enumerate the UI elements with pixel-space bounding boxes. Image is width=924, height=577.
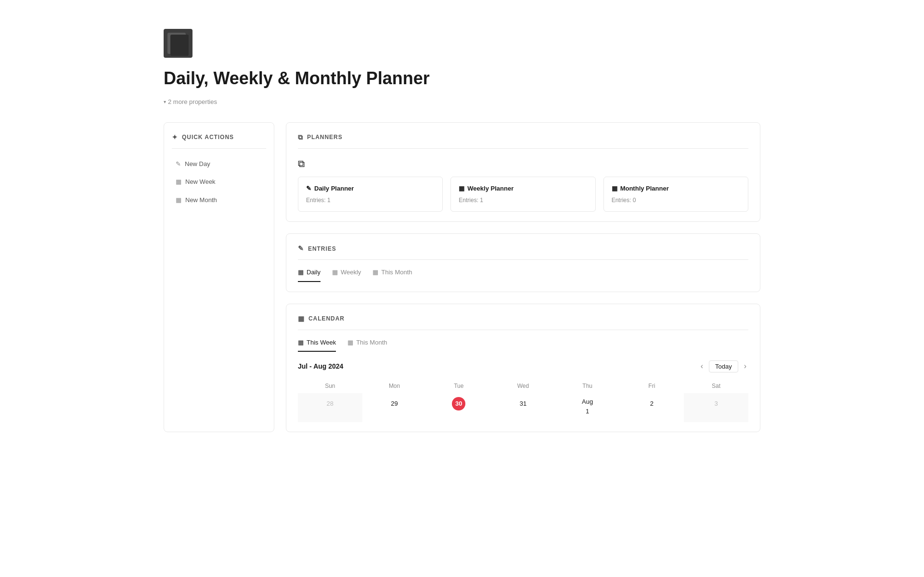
new-week-label: New Week — [185, 177, 216, 187]
calendar-nav-controls: ‹ Today › — [699, 359, 748, 373]
tab-daily-icon: ▦ — [298, 268, 304, 277]
new-month-label: New Month — [185, 195, 217, 205]
calendar-range-label: Jul - Aug 2024 — [298, 361, 343, 372]
weekday-sun: Sun — [298, 379, 362, 393]
planner-cards-row: ✎ Daily Planner Entries: 1 ▦ Weekly Plan… — [298, 177, 748, 212]
planners-header: ⧉ PLANNERS — [298, 132, 748, 149]
page-title: Daily, Weekly & Monthly Planner — [164, 65, 760, 91]
tab-this-month[interactable]: ▦ This Month — [372, 268, 412, 282]
day-number: 3 — [709, 397, 723, 410]
weekday-fri: Fri — [620, 379, 684, 393]
more-properties-label: 2 more properties — [168, 97, 217, 107]
day-number: 2 — [645, 397, 658, 410]
calendar-day-3[interactable]: 3 — [684, 393, 748, 422]
daily-planner-title: ✎ Daily Planner — [306, 184, 435, 193]
calendar-icon — [176, 177, 181, 187]
calendar-week-row: 28 29 30 31 Aug — [298, 393, 748, 422]
calendar-navigation: Jul - Aug 2024 ‹ Today › — [298, 359, 748, 373]
calendar-day-aug1[interactable]: Aug 1 — [555, 393, 620, 422]
calendar-day-29[interactable]: 29 — [362, 393, 427, 422]
new-week-button[interactable]: New Week — [172, 174, 266, 190]
entries-card: ✎ ENTRIES ▦ Daily ▦ Weekly ▦ This Month — [286, 233, 760, 292]
tab-weekly-label: Weekly — [341, 268, 361, 277]
quick-actions-header: QUICK ACTIONS — [172, 132, 266, 149]
tab-this-month-label: This Month — [381, 268, 412, 277]
weekday-sat: Sat — [684, 379, 748, 393]
entries-header: ✎ ENTRIES — [298, 244, 748, 260]
quick-actions-card: QUICK ACTIONS New Day New Week New Month — [164, 122, 274, 433]
tab-weekly-icon: ▦ — [332, 268, 338, 277]
main-area: ⧉ PLANNERS ⧉ ✎ Daily Planner Entries: 1 — [286, 122, 760, 433]
page-icon — [164, 29, 760, 58]
tab-calendar-this-month[interactable]: ▦ This Month — [347, 338, 387, 352]
calendar-weekday-row: Sun Mon Tue Wed Thu Fri Sat — [298, 379, 748, 393]
sparkle-icon — [172, 132, 178, 142]
day-number: 28 — [323, 397, 337, 410]
tab-daily-label: Daily — [307, 268, 321, 277]
book-icon: ⧉ — [298, 132, 303, 142]
today-button[interactable]: Today — [709, 360, 738, 372]
calendar-section-icon: ▦ — [298, 314, 305, 324]
tab-this-week-label: This Week — [307, 338, 336, 347]
tab-this-week[interactable]: ▦ This Week — [298, 338, 336, 352]
planners-card: ⧉ PLANNERS ⧉ ✎ Daily Planner Entries: 1 — [286, 122, 760, 222]
day-number: 31 — [516, 397, 530, 410]
planner-icon-row: ⧉ — [298, 156, 748, 171]
content-grid: QUICK ACTIONS New Day New Week New Month — [164, 122, 760, 433]
calendar-title-label: CALENDAR — [308, 314, 345, 323]
weekly-planner-entries: Entries: 1 — [459, 196, 587, 205]
monthly-planner-title: ▦ Monthly Planner — [612, 184, 740, 193]
pencil-icon — [176, 159, 181, 169]
planners-title: PLANNERS — [307, 133, 343, 141]
entries-tabs: ▦ Daily ▦ Weekly ▦ This Month — [298, 268, 748, 282]
calendar-grid: Sun Mon Tue Wed Thu Fri Sat 28 — [298, 379, 748, 422]
weekly-planner-card[interactable]: ▦ Weekly Planner Entries: 1 — [450, 177, 595, 212]
day-number-today: 30 — [452, 397, 465, 410]
tab-weekly[interactable]: ▦ Weekly — [332, 268, 361, 282]
weekday-mon: Mon — [362, 379, 427, 393]
new-day-button[interactable]: New Day — [172, 156, 266, 172]
page-icon-image — [164, 29, 192, 58]
day-number: Aug 1 — [581, 400, 594, 413]
tab-calendar-this-month-label: This Month — [356, 338, 387, 347]
weekday-tue: Tue — [426, 379, 491, 393]
daily-planner-card[interactable]: ✎ Daily Planner Entries: 1 — [298, 177, 443, 212]
new-month-button[interactable]: New Month — [172, 192, 266, 208]
entries-title: ENTRIES — [308, 244, 336, 253]
calendar-icon — [176, 195, 181, 205]
weekly-planner-title: ▦ Weekly Planner — [459, 184, 587, 193]
calendar-card: ▦ CALENDAR ▦ This Week ▦ This Month Jul … — [286, 304, 760, 433]
calendar-next-arrow[interactable]: › — [742, 359, 748, 373]
daily-planner-icon: ✎ — [306, 184, 311, 193]
more-properties-toggle[interactable]: ▾ 2 more properties — [164, 97, 760, 107]
day-number: 29 — [388, 397, 401, 410]
new-day-label: New Day — [185, 159, 210, 169]
monthly-planner-card[interactable]: ▦ Monthly Planner Entries: 0 — [603, 177, 748, 212]
weekday-wed: Wed — [491, 379, 555, 393]
tab-this-month-icon: ▦ — [372, 268, 378, 277]
calendar-tabs: ▦ This Week ▦ This Month — [298, 338, 748, 352]
quick-actions-list: New Day New Week New Month — [172, 156, 266, 208]
daily-planner-entries: Entries: 1 — [306, 196, 435, 205]
quick-actions-title: QUICK ACTIONS — [182, 133, 234, 141]
monthly-planner-icon: ▦ — [612, 184, 617, 193]
weekday-thu: Thu — [555, 379, 620, 393]
monthly-planner-entries: Entries: 0 — [612, 196, 740, 205]
calendar-prev-arrow[interactable]: ‹ — [699, 359, 705, 373]
calendar-day-28[interactable]: 28 — [298, 393, 362, 422]
calendar-header-row: ▦ CALENDAR — [298, 314, 748, 330]
calendar-day-31[interactable]: 31 — [491, 393, 555, 422]
tab-this-week-icon: ▦ — [298, 338, 304, 347]
pencil-section-icon: ✎ — [298, 244, 304, 254]
page-wrapper: Daily, Weekly & Monthly Planner ▾ 2 more… — [125, 0, 799, 473]
calendar-day-2[interactable]: 2 — [620, 393, 684, 422]
tab-daily[interactable]: ▦ Daily — [298, 268, 321, 282]
calendar-day-30[interactable]: 30 — [426, 393, 491, 422]
chevron-down-icon: ▾ — [164, 98, 166, 105]
tab-calendar-this-month-icon: ▦ — [347, 338, 353, 347]
weekly-planner-icon: ▦ — [459, 184, 464, 193]
planner-notebook-icon: ⧉ — [298, 158, 305, 169]
